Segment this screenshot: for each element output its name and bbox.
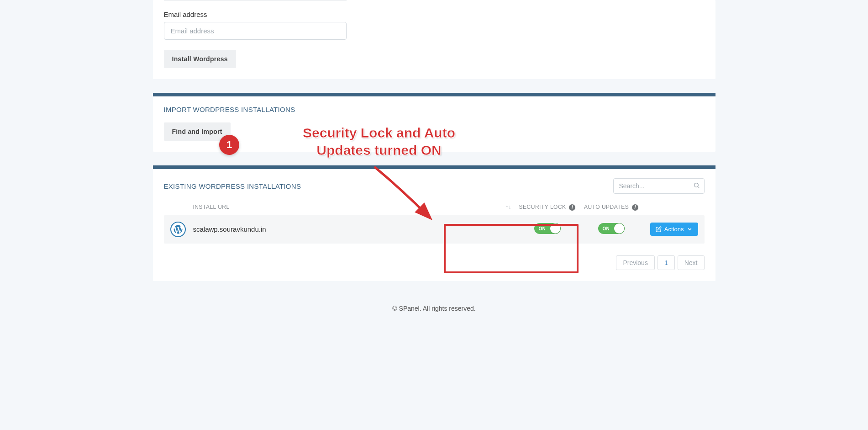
existing-installations-card: EXISTING WORDPRESS INSTALLATIONS INSTALL… bbox=[153, 165, 715, 281]
previous-button[interactable]: Previous bbox=[616, 255, 654, 270]
actions-label: Actions bbox=[664, 226, 684, 233]
footer-text: © SPanel. All rights reserved. bbox=[0, 295, 868, 328]
column-auto-updates-label: AUTO UPDATES bbox=[584, 204, 629, 210]
import-wordpress-card: IMPORT WORDPRESS INSTALLATIONS Find and … bbox=[153, 93, 715, 152]
install-url[interactable]: scalawp.souravkundu.in bbox=[193, 225, 502, 233]
existing-section-title: EXISTING WORDPRESS INSTALLATIONS bbox=[164, 182, 301, 190]
wordpress-icon bbox=[170, 222, 186, 237]
actions-button[interactable]: Actions bbox=[650, 223, 698, 236]
security-lock-toggle[interactable]: ON bbox=[534, 223, 561, 234]
search-box bbox=[613, 178, 705, 194]
info-icon[interactable]: i bbox=[569, 204, 575, 211]
column-security-lock-label: SECURITY LOCK bbox=[519, 204, 566, 210]
column-auto-updates: AUTO UPDATES i bbox=[579, 204, 643, 211]
search-input[interactable] bbox=[613, 178, 705, 194]
sort-indicator-icon[interactable]: ↑↓ bbox=[502, 204, 516, 210]
card-accent-bar bbox=[153, 165, 715, 169]
install-wordpress-card: Email address Install Wordpress bbox=[153, 0, 715, 79]
info-icon[interactable]: i bbox=[632, 204, 638, 211]
table-row: scalawp.souravkundu.in ON ON bbox=[164, 215, 705, 244]
toggle-label: ON bbox=[539, 226, 546, 231]
edit-icon bbox=[656, 226, 662, 232]
install-wordpress-button[interactable]: Install Wordpress bbox=[164, 50, 236, 68]
card-accent-bar bbox=[153, 93, 715, 96]
toggle-knob bbox=[550, 223, 560, 234]
table-header: INSTALL URL ↑↓ SECURITY LOCK i AUTO UPDA… bbox=[164, 199, 705, 215]
column-security-lock: SECURITY LOCK i bbox=[516, 204, 579, 211]
pagination: Previous 1 Next bbox=[164, 255, 705, 270]
divider bbox=[164, 0, 347, 0]
installations-table: INSTALL URL ↑↓ SECURITY LOCK i AUTO UPDA… bbox=[164, 199, 705, 244]
next-button[interactable]: Next bbox=[678, 255, 705, 270]
chevron-down-icon bbox=[687, 226, 693, 232]
column-install-url: INSTALL URL bbox=[193, 204, 502, 210]
toggle-knob bbox=[614, 223, 624, 234]
import-section-title: IMPORT WORDPRESS INSTALLATIONS bbox=[164, 106, 705, 113]
auto-updates-toggle[interactable]: ON bbox=[598, 223, 625, 234]
toggle-label: ON bbox=[603, 226, 610, 231]
find-and-import-button[interactable]: Find and Import bbox=[164, 122, 231, 141]
page-number-button[interactable]: 1 bbox=[658, 255, 675, 270]
email-label: Email address bbox=[164, 11, 705, 18]
email-field[interactable] bbox=[164, 22, 347, 40]
